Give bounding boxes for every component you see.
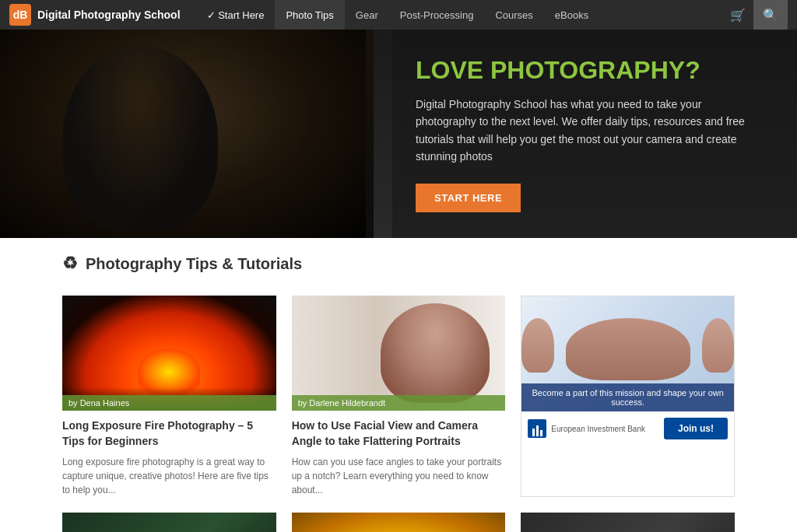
logo-text: Digital Photography School [37, 9, 181, 21]
hero-background [0, 30, 374, 238]
card-grid-row1: by Dena Haines Long Exposure Fire Photog… [62, 296, 735, 497]
card-image-fire: by Dena Haines [62, 296, 276, 411]
hero-cta-button[interactable]: START HERE [416, 184, 521, 212]
nav-link-photo-tips[interactable]: Photo Tips [275, 0, 344, 30]
eib-bar-3 [540, 430, 542, 436]
card-author-fire: by Dena Haines [62, 395, 276, 411]
card-title-link-portrait[interactable]: How to Use Facial View and Camera Angle … [292, 419, 478, 447]
ad-footer: European Investment Bank Join us! [521, 411, 734, 446]
hero-title-plain: LOVE [416, 56, 490, 84]
card-excerpt-portrait: How can you use face angles to take your… [292, 455, 506, 497]
cart-icon[interactable]: 🛒 [722, 0, 753, 30]
site-logo[interactable]: dB Digital Photography School [9, 4, 181, 26]
section-title: Photography Tips & Tutorials [86, 255, 302, 273]
card-fire-photography: by Dena Haines Long Exposure Fire Photog… [62, 296, 276, 497]
card-author-portrait: by Darlene Hildebrandt [292, 395, 506, 411]
nav-links: ✓ Start Here Photo Tips Gear Post-Proces… [196, 0, 722, 30]
card-bottom-3 [521, 513, 735, 532]
card-bottom-1 [62, 513, 276, 532]
ad-person-right [702, 318, 734, 373]
ad-logo: European Investment Bank [528, 419, 645, 438]
card-bottom-2 [292, 513, 506, 532]
portrait-image-bg [292, 296, 506, 411]
card-title-fire: Long Exposure Fire Photography – 5 Tips … [62, 418, 276, 449]
section-icon: ♻ [62, 254, 78, 274]
eib-bar-2 [536, 425, 539, 436]
ad-person-center [566, 318, 690, 380]
hero-image [0, 30, 366, 238]
card-grid-row2 [62, 513, 735, 532]
bottom2-image-bg [292, 513, 506, 532]
ad-overlay-text: Become a part of this mission and shape … [521, 383, 734, 411]
card-image-bottom-3 [521, 513, 735, 532]
section-header: ♻ Photography Tips & Tutorials [62, 254, 735, 280]
nav-link-gear[interactable]: Gear [345, 0, 389, 30]
hero-title-highlight: PHOTOGRAPHY? [490, 56, 700, 84]
ad-person-left [521, 318, 553, 373]
card-facial-view: by Darlene Hildebrandt How to Use Facial… [292, 296, 506, 497]
navigation: dB Digital Photography School ✓ Start He… [0, 0, 797, 30]
hero-content: LOVE PHOTOGRAPHY? Digital Photography Sc… [392, 30, 797, 238]
ad-card: Become a part of this mission and shape … [521, 296, 735, 497]
nav-link-start-here[interactable]: ✓ Start Here [196, 0, 276, 30]
card-title-link-fire[interactable]: Long Exposure Fire Photography – 5 Tips … [62, 419, 253, 447]
ad-join-button[interactable]: Join us! [664, 418, 728, 439]
card-title-portrait: How to Use Facial View and Camera Angle … [292, 418, 506, 449]
card-image-portrait: by Darlene Hildebrandt [292, 296, 506, 411]
fire-image-bg [62, 296, 276, 411]
card-image-bottom-1 [62, 513, 276, 532]
eib-bar-1 [532, 429, 535, 436]
ad-image: Become a part of this mission and shape … [521, 296, 734, 411]
hero-section: LOVE PHOTOGRAPHY? Digital Photography Sc… [0, 30, 797, 238]
eib-bars [532, 425, 542, 438]
ad-image-people [521, 318, 734, 380]
bottom1-image-bg [62, 513, 276, 532]
card-image-bottom-2 [292, 513, 506, 532]
main-content: ♻ Photography Tips & Tutorials by Dena H… [0, 238, 797, 532]
eib-logo-icon [528, 419, 546, 438]
bottom3-image-bg [521, 513, 735, 532]
search-icon[interactable]: 🔍 [753, 0, 788, 30]
nav-link-post-processing[interactable]: Post-Processing [389, 0, 485, 30]
ad-org-name: European Investment Bank [551, 425, 645, 433]
card-excerpt-fire: Long exposure fire photography is a grea… [62, 455, 276, 497]
logo-icon: dB [9, 4, 31, 26]
nav-link-ebooks[interactable]: eBooks [544, 0, 599, 30]
hero-description: Digital Photography School has what you … [416, 96, 758, 166]
hero-title: LOVE PHOTOGRAPHY? [416, 55, 758, 85]
nav-link-courses[interactable]: Courses [484, 0, 543, 30]
